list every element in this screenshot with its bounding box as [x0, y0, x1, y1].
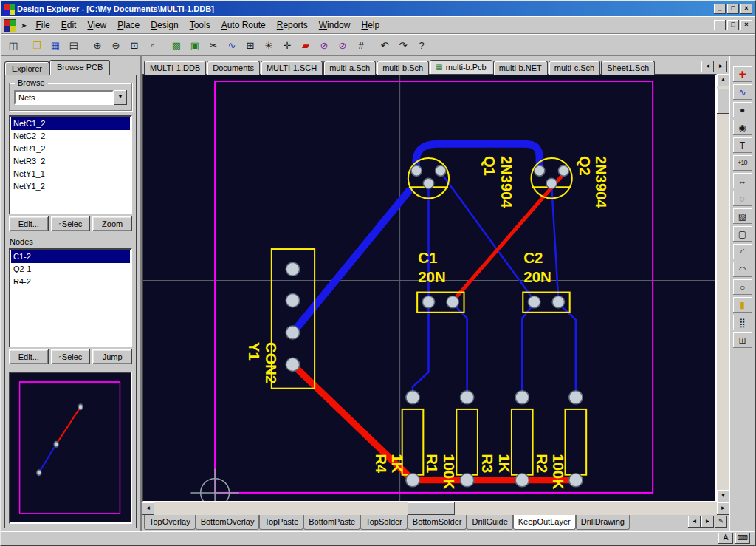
place-plane-button[interactable]: ▢: [733, 226, 752, 242]
horizontal-scrollbar[interactable]: ◄ ►: [142, 502, 729, 515]
move-button[interactable]: ✛: [278, 36, 296, 54]
place-rectangle-button[interactable]: ▮: [733, 297, 752, 313]
place-string-button[interactable]: T: [733, 137, 752, 153]
horizontal-scroll-track[interactable]: [154, 502, 717, 515]
doc-tab-scroll-left-icon[interactable]: ◄: [701, 61, 714, 72]
menu-item-tools[interactable]: Tools: [185, 17, 216, 33]
tab-explorer[interactable]: Explorer: [4, 61, 49, 75]
vertical-scrollbar[interactable]: ▲ ▼: [717, 74, 729, 502]
node-list-item[interactable]: C1-2: [11, 250, 130, 263]
save-button[interactable]: ▦: [47, 36, 64, 54]
place-track-button[interactable]: ✚: [733, 66, 752, 82]
child-close-button[interactable]: ×: [740, 20, 752, 30]
nodes-select-button[interactable]: ▫Selec: [51, 349, 91, 364]
cut-button[interactable]: ✂: [205, 36, 222, 54]
layer-scroll-right-icon[interactable]: ►: [701, 516, 714, 528]
child-maximize-button[interactable]: □: [727, 20, 739, 30]
trace-blue-q1-q2[interactable]: [416, 144, 539, 169]
child-minimize-button[interactable]: _: [714, 20, 726, 30]
trace-blue-q1-c2[interactable]: [441, 172, 535, 301]
component-r4[interactable]: R4 1K: [373, 391, 423, 487]
doc-tab-multi-b-pcb[interactable]: ▦multi-b.Pcb: [430, 60, 492, 74]
layer-tab-toppaste[interactable]: TopPaste: [259, 515, 303, 530]
place-arc-center-button[interactable]: ◠: [733, 262, 752, 277]
place-fill-button[interactable]: ▨: [733, 208, 752, 224]
layer-tab-drilldrawing[interactable]: DrillDrawing: [576, 515, 630, 530]
scroll-left-icon[interactable]: ◄: [142, 502, 154, 515]
net-preview-pane[interactable]: [9, 372, 132, 524]
menu-item-auto-route[interactable]: Auto Route: [216, 17, 271, 33]
net-list-item[interactable]: NetY1_1: [11, 168, 130, 180]
keyboard-icon[interactable]: ⌨: [735, 533, 750, 544]
horizontal-scroll-thumb[interactable]: [408, 502, 455, 515]
select-area-button[interactable]: ▫: [144, 36, 162, 54]
nets-list[interactable]: NetC1_2 NetC2_2 NetR1_2 NetR3_2 NetY1_1 …: [9, 115, 132, 214]
nets-zoom-button[interactable]: Zoom: [92, 216, 132, 231]
layer-scroll-left-icon[interactable]: ◄: [688, 516, 701, 528]
layer-tab-keepoutlayer[interactable]: KeepOutLayer: [513, 515, 576, 530]
menu-item-place[interactable]: Place: [112, 17, 145, 33]
document-icon[interactable]: [4, 19, 16, 31]
menu-item-design[interactable]: Design: [145, 17, 183, 33]
pcb-document-button[interactable]: ▩: [168, 36, 185, 54]
net-list-item[interactable]: NetC2_2: [11, 130, 130, 143]
eraser-icon[interactable]: ✎: [715, 516, 727, 528]
menu-item-file[interactable]: File: [30, 17, 55, 33]
layer-tab-topoverlay[interactable]: TopOverlay: [144, 515, 196, 530]
nodes-edit-button[interactable]: Edit...: [9, 349, 49, 364]
doc-tab-multi-1-sch[interactable]: MULTI-1.SCH: [261, 61, 323, 75]
node-list-item[interactable]: R4-2: [11, 276, 130, 288]
trace-blue-c1-r[interactable]: [413, 304, 428, 396]
browse-mode-dropdown[interactable]: Nets ▼: [14, 90, 127, 105]
wire-tool-button[interactable]: ∿: [223, 36, 241, 54]
scroll-up-icon[interactable]: ▲: [717, 74, 729, 86]
layer-tab-bottompaste[interactable]: BottomPaste: [303, 515, 360, 530]
place-pad-button[interactable]: ●: [733, 102, 752, 117]
doc-tab-multi-c-sch[interactable]: multi-c.Sch: [549, 61, 600, 75]
paste-array-button[interactable]: ⣿: [733, 315, 752, 330]
doc-tab-documents[interactable]: Documents: [207, 61, 260, 75]
minimize-button[interactable]: _: [714, 4, 726, 14]
trace-blue-q1-y1[interactable]: [294, 191, 408, 331]
net-list-item[interactable]: NetR1_2: [11, 143, 130, 155]
board-wizard-button[interactable]: ▣: [186, 36, 204, 54]
doc-tab-sheet1-sch[interactable]: Sheet1.Sch: [601, 61, 655, 75]
open-button[interactable]: ❐: [28, 36, 46, 54]
doc-tab-multi-1-ddb[interactable]: MULTI-1.DDB: [144, 61, 206, 75]
layer-tab-drillguide[interactable]: DrillGuide: [467, 515, 512, 530]
explorer-toggle-button[interactable]: ◫: [4, 36, 22, 54]
component-r2[interactable]: R2 100K: [534, 391, 587, 490]
net-list-item[interactable]: NetY1_2: [11, 180, 130, 193]
menu-item-reports[interactable]: Reports: [272, 17, 313, 33]
highlight-button[interactable]: ▰: [297, 36, 315, 54]
rect-select-button[interactable]: ⊞: [241, 36, 259, 54]
place-coordinate-button[interactable]: +10: [733, 155, 752, 171]
nodes-list[interactable]: C1-2 Q2-1 R4-2: [9, 248, 132, 347]
net-list-item[interactable]: NetC1_2: [11, 117, 130, 130]
place-circle-button[interactable]: ◌: [733, 191, 752, 206]
zoom-out-button[interactable]: ⊖: [107, 36, 125, 54]
place-full-circle-button[interactable]: ○: [733, 279, 752, 295]
trace-blue-c2-r[interactable]: [558, 304, 576, 396]
scroll-down-icon[interactable]: ▼: [717, 490, 729, 502]
component-r3[interactable]: R3 1K: [479, 391, 533, 487]
undo-button[interactable]: ↶: [376, 36, 394, 54]
nets-select-button[interactable]: ▫Selec: [51, 216, 91, 231]
place-dimension-button[interactable]: ↔: [733, 173, 752, 188]
nets-edit-button[interactable]: Edit...: [9, 216, 49, 231]
menu-item-view[interactable]: View: [82, 17, 111, 33]
trace-blue-c2-r[interactable]: [522, 304, 534, 396]
zoom-window-button[interactable]: ⊡: [126, 36, 143, 54]
clear-errors-button[interactable]: ⊘: [334, 36, 351, 54]
net-list-item[interactable]: NetR3_2: [11, 155, 130, 168]
doc-tab-scroll-right-icon[interactable]: ►: [715, 61, 727, 72]
menu-item-edit[interactable]: Edit: [56, 17, 82, 33]
print-button[interactable]: ▤: [65, 36, 83, 54]
tab-browse-pcb[interactable]: Browse PCB: [49, 60, 110, 75]
help-button[interactable]: ?: [413, 36, 430, 54]
component-r1[interactable]: R1 100K: [424, 391, 478, 490]
menu-item-help[interactable]: Help: [356, 17, 385, 33]
scroll-right-icon[interactable]: ►: [717, 502, 729, 515]
layer-tab-bottomoverlay[interactable]: BottomOverlay: [196, 515, 260, 530]
special-paste-button[interactable]: ✳: [260, 36, 278, 54]
